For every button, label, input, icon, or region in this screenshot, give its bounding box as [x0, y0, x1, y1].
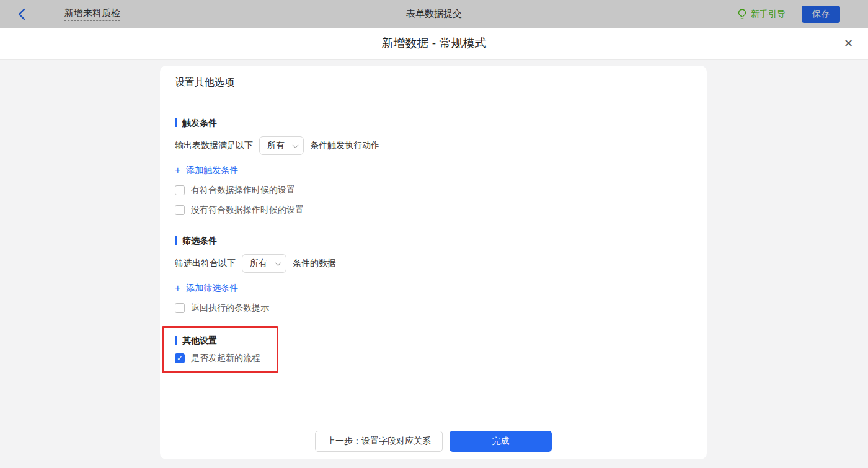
topbar-center-title: 表单数据提交 [406, 8, 462, 20]
beginner-guide-link[interactable]: 新手引导 [737, 9, 786, 20]
checkbox-unchecked[interactable] [175, 185, 185, 195]
section-marker [175, 118, 177, 127]
page-title[interactable]: 新增来料质检 [64, 7, 120, 21]
trigger-section-title-text: 触发条件 [182, 117, 217, 129]
done-button[interactable]: 完成 [450, 431, 552, 452]
other-section-title: 其他设置 [175, 334, 260, 347]
section-marker [175, 236, 177, 245]
trigger-condition-row: 输出表数据满足以下 所有 条件触发执行动作 [175, 136, 692, 155]
trigger-select-value: 所有 [267, 140, 285, 151]
topbar-actions: 新手引导 保存 [737, 6, 840, 23]
trigger-row-suffix: 条件触发执行动作 [310, 140, 379, 151]
checkbox-row-return-count-hint[interactable]: 返回执行的条数提示 [175, 302, 269, 314]
options-card: 设置其他选项 触发条件 输出表数据满足以下 所有 条件触发执行动作 [160, 66, 707, 459]
section-marker [175, 336, 177, 345]
modal-header: 新增数据 - 常规模式 ✕ [0, 28, 868, 60]
checkbox-row-no-matching-data[interactable]: 没有符合数据操作时候的设置 [175, 205, 304, 216]
card-content: 触发条件 输出表数据满足以下 所有 条件触发执行动作 + 添加触发条件 有符 [160, 100, 707, 373]
top-bar: 新增来料质检 表单数据提交 新手引导 保存 [0, 0, 868, 28]
checkbox-row-start-new-flow[interactable]: ✓ 是否发起新的流程 [175, 353, 260, 364]
add-filter-condition-label: 添加筛选条件 [186, 283, 238, 294]
checkbox-unchecked[interactable] [175, 303, 185, 313]
checkbox-label: 返回执行的条数提示 [191, 302, 269, 314]
section-trigger-condition: 触发条件 输出表数据满足以下 所有 条件触发执行动作 + 添加触发条件 有符 [175, 117, 692, 216]
add-trigger-condition-link[interactable]: + 添加触发条件 [175, 165, 238, 176]
filter-row-prefix: 筛选出符合以下 [175, 258, 236, 269]
previous-step-button[interactable]: 上一步：设置字段对应关系 [315, 431, 443, 452]
trigger-condition-select[interactable]: 所有 [259, 136, 304, 155]
filter-condition-row: 筛选出符合以下 所有 条件的数据 [175, 254, 692, 273]
beginner-guide-label: 新手引导 [751, 9, 786, 20]
chevron-left-icon [17, 8, 26, 20]
plus-icon: + [175, 284, 180, 293]
modal-body: 设置其他选项 触发条件 输出表数据满足以下 所有 条件触发执行动作 [0, 60, 868, 468]
annotation-highlight-box: 其他设置 ✓ 是否发起新的流程 [162, 326, 278, 373]
other-section-title-text: 其他设置 [182, 334, 217, 347]
close-icon[interactable]: ✕ [844, 37, 853, 50]
plus-icon: + [175, 166, 180, 175]
checkbox-unchecked[interactable] [175, 205, 185, 215]
section-filter-condition: 筛选条件 筛选出符合以下 所有 条件的数据 + 添加筛选条件 返回执行的条数 [175, 234, 692, 314]
add-filter-condition-link[interactable]: + 添加筛选条件 [175, 283, 238, 294]
lightbulb-icon [737, 9, 747, 20]
checkbox-label: 没有符合数据操作时候的设置 [191, 205, 304, 216]
checkbox-checked[interactable]: ✓ [175, 353, 185, 363]
filter-row-suffix: 条件的数据 [293, 258, 336, 269]
checkbox-label: 是否发起新的流程 [191, 353, 260, 364]
card-header: 设置其他选项 [160, 66, 707, 100]
checkbox-label: 有符合数据操作时候的设置 [191, 185, 295, 196]
card-header-title: 设置其他选项 [175, 76, 234, 89]
add-trigger-condition-label: 添加触发条件 [186, 165, 238, 176]
card-footer: 上一步：设置字段对应关系 完成 [160, 423, 707, 459]
filter-select-value: 所有 [250, 258, 267, 269]
chevron-down-icon [275, 260, 281, 266]
checkbox-row-has-matching-data[interactable]: 有符合数据操作时候的设置 [175, 185, 295, 196]
trigger-row-prefix: 输出表数据满足以下 [175, 140, 253, 151]
filter-condition-select[interactable]: 所有 [242, 254, 286, 273]
chevron-down-icon [293, 142, 299, 148]
back-button[interactable] [17, 7, 30, 21]
filter-section-title-text: 筛选条件 [182, 234, 217, 247]
trigger-section-title: 触发条件 [175, 117, 692, 129]
save-button[interactable]: 保存 [802, 6, 840, 23]
filter-section-title: 筛选条件 [175, 234, 692, 247]
modal-title: 新增数据 - 常规模式 [382, 35, 487, 51]
